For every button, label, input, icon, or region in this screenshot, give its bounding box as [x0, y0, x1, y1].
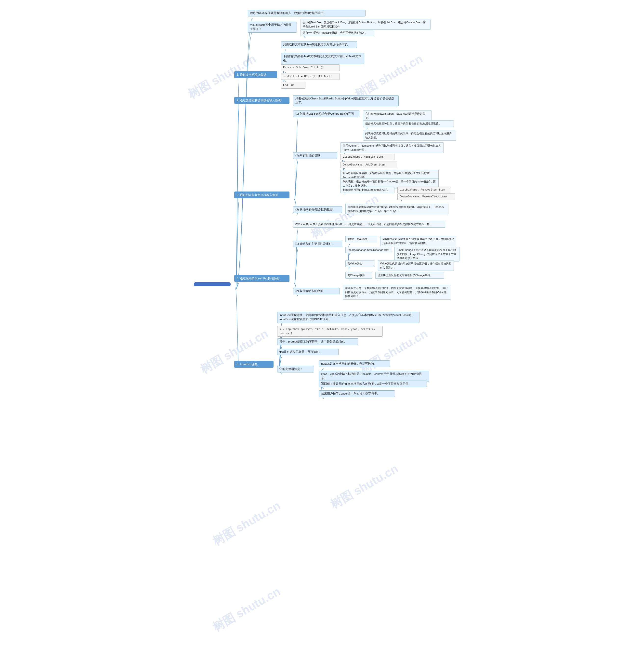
vb-inputbox-node: 还有一个函数叫InputBox函数，也可用于数据的输入。	[301, 29, 374, 36]
l1-inputbox-node: 5. InputBox函数	[234, 361, 274, 368]
list-diff-2-node: 组合框又包括三种类型，这三种类型要在它的Style属性里设置。	[363, 120, 454, 127]
scroll-p2-desc-node: SmallChange决定在滚动条两端的箭头且上单击时改变的值，LargeCha…	[395, 247, 459, 262]
l1-list-node: 3. 通过列表框和组合框输入数据	[234, 192, 290, 198]
code3-node: End Sub	[281, 82, 305, 89]
scroll-intro-node: 在Visual Basic的工具箱里有两种滚动条： 一种是垂直的，一种是水平的，…	[293, 221, 445, 227]
l1-scroll-node: 4. 通过滚动条Scroll Bar取得数据	[234, 275, 290, 282]
scroll-p1-desc-node: Min属性决定滚动条最左端或最顶端所代表的值，Max属性决定滚动条最右端或最下端…	[380, 236, 456, 246]
scroll-p4-title-node: 4)Change事件	[345, 272, 372, 279]
inputbox-pos-node: xpos、ypos决定输入框的位置，helpfile、context用于显示与该…	[319, 371, 429, 382]
l1-check-node: 2. 通过复选框和选项按钮输入数据	[234, 97, 290, 104]
inputbox-syntax-title-node: 它的完整语法是：	[277, 366, 314, 373]
inputbox-syntax-node: x = InputBox (prompt, title, default, xp…	[277, 326, 383, 337]
code2-node: Text2.Text = UCase(Text1.Text)	[281, 73, 340, 80]
scroll-p2-title-node: 2)LargeChange,SmallChange属性	[345, 247, 392, 254]
scroll-p1-title-node: 1)Min、Max属性	[345, 236, 377, 242]
inputbox-desc-node: InputBox函数提供一个简单的对话框供用户输入信息，在把其它基本的BASIC…	[277, 312, 420, 323]
scroll-get-desc-node: 滚动条并不是一个数据输入的好控件，因为无法从滚动条上直接看出输入的数据，但它的优…	[343, 285, 451, 299]
inputbox-cancel-node: 如果用户按了Cancel键，则 x 将为空字符串。	[319, 390, 395, 397]
inputbox-default-node: default是文本框里的缺省值，也是可选的。	[319, 360, 390, 367]
inputbox-prompt-node: 其中，prompt是提示的字符串，这个参数是必须的。	[277, 338, 358, 345]
list-additem1-node: ListBoxName. AddItem item	[341, 154, 395, 160]
list-add-title-node: (2) 列表项目的增减	[293, 152, 337, 159]
vb-controls-detail-node: 文本框Text Box、复选框Check Box、选项按钮Option Butt…	[301, 19, 430, 30]
text-l2-1-node: 只要取得文本框的Text属性就可以对其运行操作了。	[281, 41, 357, 48]
scroll-p3-title-node: 3)Value属性	[345, 260, 375, 267]
scroll-get-title-node: (2) 取得滚动条的数据	[293, 288, 340, 294]
list-add-desc-node: 使用AddItem、RemoveItem语句可以增减列表项目，通常将项目增减的语…	[341, 142, 444, 153]
list-diff-title-node: (1) 列表框List Box和组合框Combo Box的不同	[293, 111, 359, 117]
code1-node: Private Sub Form_Click ()	[281, 64, 340, 71]
list-diff-3-node: 列表框仅仅把可以选择的项目列出来，而组合框里有的类型可以允许用户输入数据。	[363, 130, 456, 141]
list-get-title-node: (3) 取得列表框/组合框的数据	[293, 206, 342, 213]
list-remove-desc-node: 删除项目可通过删除其Index值来实现。	[341, 187, 395, 193]
l1-text-node: 1. 通过文本框输入数据	[234, 71, 277, 78]
scroll-p4-desc-node: 当滑块位置发生变化时就引发了Change事件。	[375, 272, 444, 279]
list-removeitem2-node: ComboBoxName. RemoveItem item	[397, 193, 455, 200]
list-diff-1-node: 它们在Windows的Open、Save As对话框里最为常见。	[363, 111, 432, 121]
top-intro-node: 程序的基本操作就是数据的输入、数据处理和数据的输出。	[248, 10, 366, 17]
list-removeitem1-node: ListBoxName. RemoveItem item	[397, 187, 451, 193]
inputbox-title-node: title是对话框的标题，是可选的。	[277, 349, 338, 355]
check-detail-node: 只要检测到Check Box和Radio Button的Value属性值就可以知…	[293, 95, 399, 106]
scroll-props-title-node: (1) 滚动条的主要属性及事件	[293, 241, 342, 247]
list-get-desc-node: 可以通过取得Text属性或通过取得ListIndex属性来判断哪一项被选择了。L…	[345, 204, 448, 214]
text-l2-2-node: 下面的代码将将Text1文本框的正文变成大写输出到Text2文本框。	[281, 53, 364, 64]
list-additem2-node: ComboBoxName. AddItem item	[341, 162, 397, 168]
vb-controls-title-node: Visual Basic可中用于输入的控件主要有：	[248, 22, 297, 33]
scroll-p3-desc-node: Value属性代表当前滑块所所处位置的值，这个值由滑块的相对位置决定。	[378, 260, 454, 271]
root-node	[194, 282, 231, 286]
inputbox-return-node: 返回值 x 将是用户在文本框里输入的数据，X是一个字符串类型的值。	[319, 381, 427, 387]
